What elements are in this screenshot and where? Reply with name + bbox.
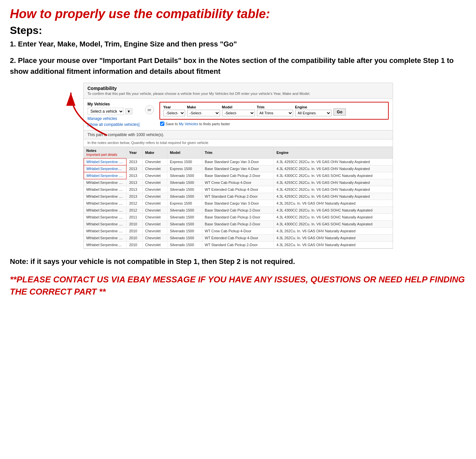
table-row: Mfrlabel:Serpentine ....2012ChevroletExp… bbox=[84, 200, 393, 207]
make-cell: Chevrolet bbox=[142, 207, 167, 214]
trim-cell: Base Standard Cab Pickup 2-Door bbox=[202, 214, 274, 221]
model-cell: Express 1500 bbox=[167, 158, 202, 165]
trim-select[interactable]: All Trims bbox=[257, 110, 293, 116]
trim-cell: Base Standard Cab Pickup 2-Door bbox=[202, 172, 274, 179]
engine-cell: 4.3L 4300CC 262Cu. In. V6 GAS SOHC Natur… bbox=[274, 207, 393, 214]
main-title: How to properly use the compatibility ta… bbox=[10, 7, 466, 22]
compat-note: In the notes section below, Quantity ref… bbox=[84, 139, 393, 147]
note-text: Note: if it says your vehicle is not com… bbox=[10, 257, 466, 267]
notes-cell: Mfrlabel:Serpentine .... bbox=[84, 179, 126, 186]
col-year: Year bbox=[126, 147, 142, 158]
year-cell: 2013 bbox=[126, 193, 142, 200]
table-row: Mfrlabel:Serpentine ....2013ChevroletSil… bbox=[84, 179, 393, 186]
model-label: Model bbox=[222, 105, 255, 109]
engine-cell: 4.3L 4293CC 262Cu. In. V6 GAS OHV Natura… bbox=[274, 179, 393, 186]
col-engine: Engine bbox=[274, 147, 393, 158]
trim-cell: WT Extended Cab Pickup 4-Door bbox=[202, 235, 274, 242]
make-cell: Chevrolet bbox=[142, 235, 167, 242]
table-row: Mfrlabel:Serpentine ....2013ChevroletSil… bbox=[84, 172, 393, 179]
table-row: Mfrlabel:Serpentine ....2013ChevroletSil… bbox=[84, 193, 393, 200]
table-row: Mfrlabel:Serpentine....2013ChevroletExpr… bbox=[84, 165, 393, 172]
notes-cell: Mfrlabel:Serpentine .... bbox=[84, 200, 126, 207]
model-cell: Silverado 1500 bbox=[167, 221, 202, 228]
trim-cell: WT Crew Cab Pickup 4-Door bbox=[202, 179, 274, 186]
make-cell: Chevrolet bbox=[142, 228, 167, 235]
make-cell: Chevrolet bbox=[142, 242, 167, 248]
model-field: Model -Select- bbox=[222, 105, 255, 116]
my-vehicles-save-link[interactable]: My Vehicles bbox=[179, 122, 198, 126]
save-text: Save to My Vehicles to finds parts faste… bbox=[166, 122, 230, 126]
engine-cell: 4.3L 4300CC 262Cu. In. V6 GAS SOHC Natur… bbox=[274, 221, 393, 228]
ymm-row: Year -Select- Make -Select- bbox=[159, 102, 389, 120]
year-cell: 2010 bbox=[126, 228, 142, 235]
col-model: Model bbox=[167, 147, 202, 158]
compat-body: My Vehicles Select a vehicle ▼ Manage ve… bbox=[84, 99, 393, 130]
year-cell: 2013 bbox=[126, 172, 142, 179]
year-field: Year -Select- bbox=[163, 105, 185, 116]
col-make: Make bbox=[142, 147, 167, 158]
make-cell: Chevrolet bbox=[142, 172, 167, 179]
year-cell: 2010 bbox=[126, 235, 142, 242]
notes-cell: Mfrlabel:Serpentine .... bbox=[84, 207, 126, 214]
year-cell: 2013 bbox=[126, 186, 142, 193]
manage-vehicles-link[interactable]: Manage vehicles bbox=[88, 116, 140, 121]
engine-cell: 4.3L 4293CC 262Cu. In. V6 GAS OHV Natura… bbox=[274, 186, 393, 193]
show-all-link[interactable]: [show all compatible vehicles] bbox=[88, 122, 140, 127]
trim-cell: Base Standard Cab Pickup 2-Door bbox=[202, 221, 274, 228]
trim-field: Trim All Trims bbox=[257, 105, 293, 116]
trim-cell: WT Crew Cab Pickup 4-Door bbox=[202, 228, 274, 235]
save-checkbox[interactable] bbox=[160, 122, 164, 126]
col-trim: Trim bbox=[202, 147, 274, 158]
model-select[interactable]: -Select- bbox=[222, 110, 255, 116]
table-row: Mfrlabel:Serpentine....2010ChevroletSilv… bbox=[84, 242, 393, 248]
notes-cell: Mfrlabel:Serpentine .... bbox=[84, 235, 126, 242]
my-vehicles-label: My Vehicles bbox=[88, 102, 140, 106]
table-row: Mfrlabel:Serpentine ....2011ChevroletSil… bbox=[84, 214, 393, 221]
go-button[interactable]: Go bbox=[333, 108, 346, 116]
year-cell: 2010 bbox=[126, 242, 142, 248]
table-row: Mfrlabel:Serpentine ....2012ChevroletSil… bbox=[84, 207, 393, 214]
model-cell: Silverado 1500 bbox=[167, 186, 202, 193]
make-field: Make -Select- bbox=[187, 105, 220, 116]
dropdown-arrow-icon[interactable]: ▼ bbox=[125, 108, 133, 114]
engine-select[interactable]: All Engines bbox=[295, 110, 331, 116]
trim-cell: Base Standard Cab Pickup 2-Door bbox=[202, 207, 274, 214]
engine-label: Engine bbox=[295, 105, 331, 109]
make-cell: Chevrolet bbox=[142, 193, 167, 200]
year-select[interactable]: -Select- bbox=[163, 110, 185, 116]
engine-cell: 4.3L 4300CC 262Cu. In. V6 GAS SOHC Natur… bbox=[274, 214, 393, 221]
make-cell: Chevrolet bbox=[142, 186, 167, 193]
my-vehicles-section: My Vehicles Select a vehicle ▼ Manage ve… bbox=[88, 102, 140, 127]
make-select[interactable]: -Select- bbox=[187, 110, 220, 116]
save-checkbox-row: Save to My Vehicles to finds parts faste… bbox=[159, 122, 389, 126]
compatibility-box: Compatibility To confirm that this part … bbox=[83, 83, 393, 249]
engine-cell: 4.3L 262Cu. In. V6 GAS OHV Naturally Asp… bbox=[274, 228, 393, 235]
table-row: Mfrlabel:Serpentine ....2010ChevroletSil… bbox=[84, 228, 393, 235]
notes-cell: Mfrlabel:Serpentine.... bbox=[84, 165, 126, 172]
make-cell: Chevrolet bbox=[142, 221, 167, 228]
model-cell: Silverado 1500 bbox=[167, 228, 202, 235]
make-cell: Chevrolet bbox=[142, 214, 167, 221]
model-cell: Silverado 1500 bbox=[167, 214, 202, 221]
trim-cell: Base Standard Cargo Van 3-Door bbox=[202, 158, 274, 165]
notes-cell: Mfrlabel:Serpentine .... bbox=[84, 158, 126, 165]
make-cell: Chevrolet bbox=[142, 200, 167, 207]
vehicle-select-dropdown[interactable]: Select a vehicle bbox=[88, 108, 124, 115]
engine-cell: 4.3L 262Cu. In. V6 GAS OHV Naturally Asp… bbox=[274, 235, 393, 242]
trim-cell: Base Standard Cargo Van 4-Door bbox=[202, 165, 274, 172]
notes-cell: Mfrlabel:Serpentine .... bbox=[84, 228, 126, 235]
or-divider: or bbox=[145, 105, 154, 114]
make-cell: Chevrolet bbox=[142, 179, 167, 186]
compat-header: Compatibility To confirm that this part … bbox=[84, 83, 393, 99]
trim-cell: WT Standard Cab Pickup 2-Door bbox=[202, 242, 274, 248]
year-cell: 2011 bbox=[126, 214, 142, 221]
model-cell: Silverado 1500 bbox=[167, 172, 202, 179]
model-cell: Silverado 1500 bbox=[167, 179, 202, 186]
engine-cell: 4.3L 4293CC 262Cu. In. V6 GAS OHV Natura… bbox=[274, 158, 393, 165]
engine-field: Engine All Engines bbox=[295, 105, 331, 116]
year-cell: 2012 bbox=[126, 200, 142, 207]
notes-cell: Mfrlabel:Serpentine .... bbox=[84, 221, 126, 228]
model-cell: Express 1500 bbox=[167, 200, 202, 207]
step2-text: 2. Place your mouse over "Important Part… bbox=[10, 55, 466, 77]
ymm-section: Year -Select- Make -Select- bbox=[159, 102, 389, 126]
